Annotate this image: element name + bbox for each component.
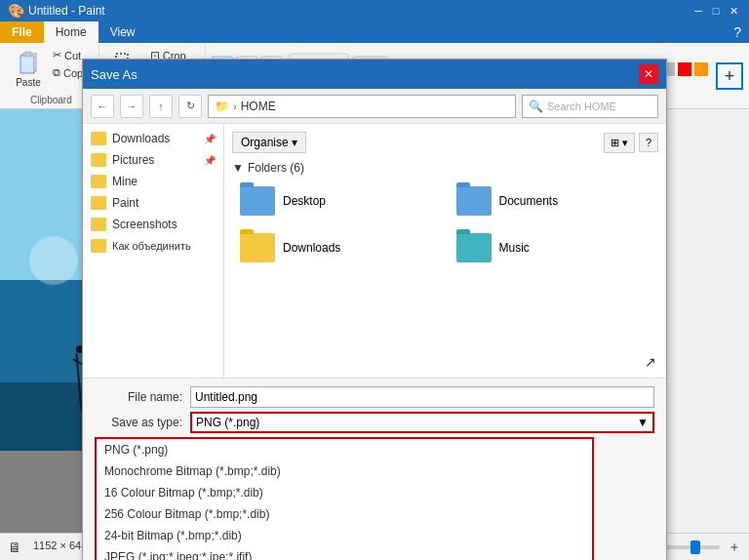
folder-music[interactable]: Music bbox=[449, 227, 659, 268]
view-controls: ⊞ ▾ ? bbox=[604, 133, 658, 153]
dropdown-item-256color-bmp[interactable]: 256 Colour Bitmap (*.bmp;*.dib) bbox=[97, 503, 592, 525]
folder-icon bbox=[91, 132, 106, 145]
folders-header: ▼ Folders (6) bbox=[232, 161, 658, 175]
format-dropdown-list: PNG (*.png) Monochrome Bitmap (*.bmp;*.d… bbox=[95, 437, 594, 560]
folder-icon bbox=[91, 218, 106, 231]
folder-documents[interactable]: Documents bbox=[449, 180, 659, 221]
search-box[interactable]: 🔍 Search HOME bbox=[522, 95, 658, 118]
save-as-dialog: Save As ✕ ← → ↑ ↻ 📁 › HOME 🔍 Search HOME bbox=[82, 59, 667, 560]
folders-section: ▼ Folders (6) Desktop Documents bbox=[232, 161, 658, 268]
pin-icon: 📌 bbox=[204, 134, 216, 144]
sidebar-item-pictures[interactable]: Pictures 📌 bbox=[83, 149, 223, 171]
sidebar-item-mine[interactable]: Mine bbox=[83, 171, 223, 192]
folder-icon bbox=[91, 175, 106, 188]
help-button[interactable]: ? bbox=[639, 133, 658, 152]
dialog-overlay: Save As ✕ ← → ↑ ↻ 📁 › HOME 🔍 Search HOME bbox=[0, 0, 749, 560]
search-placeholder: Search HOME bbox=[547, 100, 616, 112]
collapse-icon: ▼ bbox=[232, 161, 244, 175]
dialog-title-bar: Save As ✕ bbox=[83, 60, 666, 89]
downloads-label: Downloads bbox=[283, 241, 340, 255]
documents-folder-icon bbox=[456, 186, 492, 216]
dialog-close-button[interactable]: ✕ bbox=[639, 64, 658, 84]
location-bar[interactable]: 📁 › HOME bbox=[208, 95, 516, 118]
organise-button[interactable]: Organise ▾ bbox=[232, 132, 306, 153]
desktop-folder-icon bbox=[240, 186, 275, 216]
sidebar-item-downloads[interactable]: Downloads 📌 bbox=[83, 128, 223, 149]
forward-button[interactable]: → bbox=[120, 95, 143, 118]
folder-downloads[interactable]: Downloads bbox=[232, 227, 443, 268]
back-button[interactable]: ← bbox=[91, 95, 114, 118]
sidebar-item-kak[interactable]: Как объединить bbox=[83, 235, 223, 257]
save-as-type-select[interactable]: PNG (*.png) ▼ bbox=[190, 412, 654, 433]
sidebar-item-screenshots[interactable]: Screenshots bbox=[83, 214, 223, 235]
dialog-title: Save As bbox=[91, 67, 138, 82]
dropdown-item-jpeg[interactable]: JPEG (*.jpg;*.jpeg;*.jpe;*.jfif) bbox=[97, 546, 592, 560]
filename-label: File name: bbox=[95, 390, 182, 404]
refresh-button[interactable]: ↻ bbox=[178, 95, 202, 118]
pin-icon-2: 📌 bbox=[204, 155, 216, 166]
folder-desktop[interactable]: Desktop bbox=[232, 180, 443, 221]
music-label: Music bbox=[499, 241, 530, 255]
folders-grid: Desktop Documents Downloads Music bbox=[232, 180, 658, 268]
dialog-main-toolbar: Organise ▾ ⊞ ▾ ? bbox=[232, 132, 658, 153]
save-as-type-label: Save as type: bbox=[95, 416, 182, 429]
folder-icon bbox=[91, 196, 106, 210]
dialog-sidebar: Downloads 📌 Pictures 📌 Mine Paint bbox=[83, 124, 224, 378]
dropdown-item-24bit-bmp[interactable]: 24-bit Bitmap (*.bmp;*.dib) bbox=[97, 525, 592, 546]
location-path: HOME bbox=[241, 100, 276, 113]
folder-icon bbox=[91, 239, 106, 253]
dialog-toolbar: ← → ↑ ↻ 📁 › HOME 🔍 Search HOME bbox=[83, 89, 666, 124]
dialog-footer: File name: Save as type: PNG (*.png) ▼ P… bbox=[83, 378, 666, 560]
filename-input[interactable] bbox=[190, 386, 654, 408]
dialog-main-content: Organise ▾ ⊞ ▾ ? ▼ Folders (6) bbox=[224, 124, 666, 378]
dropdown-item-png-current[interactable]: PNG (*.png) bbox=[97, 439, 592, 460]
search-icon: 🔍 bbox=[529, 100, 543, 113]
organise-label: Organise ▾ bbox=[241, 136, 297, 149]
sidebar-item-paint[interactable]: Paint bbox=[83, 192, 223, 214]
cursor-indicator: ↗ bbox=[645, 354, 656, 370]
save-as-type-row: Save as type: PNG (*.png) ▼ bbox=[95, 412, 654, 433]
folders-title: Folders (6) bbox=[248, 161, 304, 175]
documents-label: Documents bbox=[499, 194, 559, 208]
location-separator: › bbox=[233, 100, 237, 112]
downloads-folder-icon bbox=[240, 233, 275, 262]
music-folder-icon bbox=[456, 233, 492, 262]
filename-row: File name: bbox=[95, 386, 654, 408]
dropdown-item-16color-bmp[interactable]: 16 Colour Bitmap (*.bmp;*.dib) bbox=[97, 482, 592, 503]
selected-type-label: PNG (*.png) bbox=[196, 416, 259, 429]
dialog-body: Downloads 📌 Pictures 📌 Mine Paint bbox=[83, 124, 666, 378]
dropdown-item-mono-bmp[interactable]: Monochrome Bitmap (*.bmp;*.dib) bbox=[97, 460, 592, 482]
location-icon: 📁 bbox=[215, 100, 229, 113]
dropdown-arrow: ▼ bbox=[637, 416, 649, 429]
folder-icon bbox=[91, 153, 106, 167]
desktop-label: Desktop bbox=[283, 194, 326, 208]
up-button[interactable]: ↑ bbox=[149, 95, 173, 118]
view-mode-button[interactable]: ⊞ ▾ bbox=[604, 133, 635, 153]
